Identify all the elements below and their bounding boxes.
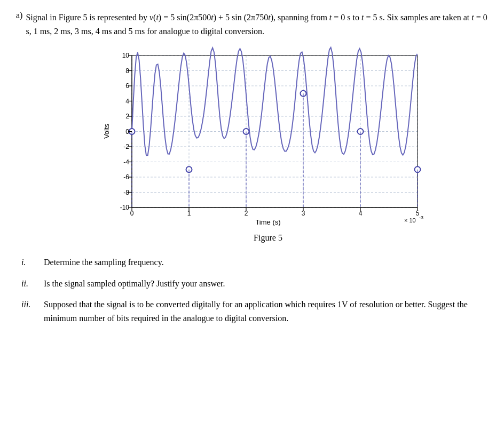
chart-wrapper: 10 8 6 4 2 0 -2 -4 -6 -8 -10 0 1 2 3 4 5 xyxy=(103,47,434,229)
y-tick-n10: -10 xyxy=(120,204,130,211)
sub-question-i: i. Determine the sampling frequency. xyxy=(21,256,488,269)
sub-text-ii: Is the signal sampled optimally? Justify… xyxy=(44,277,488,291)
text-part3: to xyxy=(351,13,361,22)
t-end: t = 5 s xyxy=(361,13,383,22)
t-start: t = 0 s xyxy=(329,13,351,22)
y-tick-labels: 10 8 6 4 2 0 -2 -4 -6 -8 -10 xyxy=(120,52,130,211)
x-scale-label: × 10 xyxy=(404,217,416,224)
sub-text-iii: Supposed that the signal is to be conver… xyxy=(44,298,488,325)
figure-caption: Figure 5 xyxy=(254,233,282,243)
question-text: Signal in Figure 5 is represented by v(t… xyxy=(26,11,488,38)
text-part2: , spanning from xyxy=(273,13,329,22)
text-part4: . Six samples are taken at xyxy=(383,13,472,22)
sub-questions: i. Determine the sampling frequency. ii.… xyxy=(21,256,488,325)
sub-question-ii: ii. Is the signal sampled optimally? Jus… xyxy=(21,277,488,291)
text-part6: for analogue to digital conversion. xyxy=(145,27,264,36)
sub-label-i: i. xyxy=(21,256,44,269)
x-scale-exp: -3 xyxy=(419,215,423,220)
sub-label-iii: iii. xyxy=(21,298,44,312)
text-part1: Signal in Figure 5 is represented by xyxy=(26,13,149,22)
chart-svg: 10 8 6 4 2 0 -2 -4 -6 -8 -10 0 1 2 3 4 5 xyxy=(103,47,434,229)
sub-question-iii: iii. Supposed that the signal is to be c… xyxy=(21,298,488,325)
question-label: a) xyxy=(16,11,22,20)
sub-label-ii: ii. xyxy=(21,277,44,291)
figure-container: 10 8 6 4 2 0 -2 -4 -6 -8 -10 0 1 2 3 4 5 xyxy=(48,47,488,243)
formula: v(t) = 5 sin(2π500t) + 5 sin (2π750t) xyxy=(149,13,273,22)
x-tick-labels: 0 1 2 3 4 5 xyxy=(130,210,420,217)
text-and: and xyxy=(114,27,126,36)
sub-text-i: Determine the sampling frequency. xyxy=(44,256,488,269)
y-axis-label: Volts xyxy=(103,124,111,139)
x-axis-label: Time (s) xyxy=(255,218,280,226)
question-header: a) Signal in Figure 5 is represented by … xyxy=(16,11,488,38)
